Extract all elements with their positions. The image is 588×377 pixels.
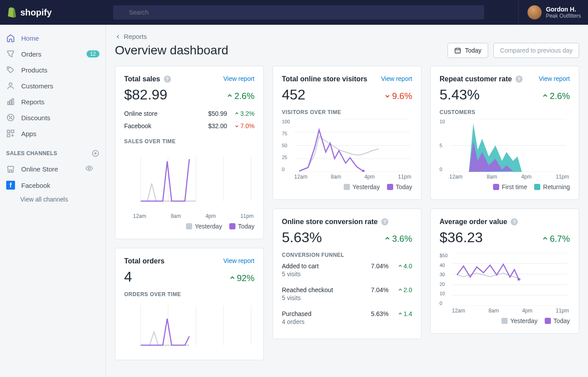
sales-row-online-store: Online store $50.99 3.2% [124, 107, 254, 120]
breadcrumb-label: Reports [124, 33, 147, 40]
search-input[interactable] [113, 5, 484, 19]
metric-value: 452 [282, 87, 305, 103]
discounts-icon [6, 113, 15, 122]
delta-text: 92% [237, 273, 254, 283]
logo[interactable]: shopify [7, 7, 106, 18]
sidebar-item-products[interactable]: Products [0, 62, 106, 78]
compare-label: Compared to previous day [500, 47, 573, 54]
section-label: ORDERS OVER TIME [124, 291, 254, 297]
metric-value: 5.43% [440, 87, 480, 103]
sidebar-item-label: Customers [21, 82, 53, 90]
metric-delta: 92% [229, 273, 254, 283]
title-text: Total sales [124, 75, 160, 83]
sidebar-section-channels: SALES CHANNELS [0, 141, 106, 161]
card-title: Repeat customer rate ? [440, 75, 523, 83]
row-value: $32.00 [208, 122, 227, 129]
legend: Yesterday Today [440, 317, 570, 324]
title-text: Online store conversion rate [282, 218, 378, 226]
calendar-icon [454, 47, 461, 54]
svg-rect-11 [8, 130, 10, 133]
view-report-link[interactable]: View report [539, 75, 570, 82]
store-icon [6, 165, 15, 174]
products-icon [6, 65, 15, 74]
shopify-icon [7, 7, 17, 18]
row-label: Facebook [124, 122, 151, 129]
svg-point-9 [9, 116, 10, 117]
help-icon[interactable]: ? [516, 76, 523, 83]
funnel-sub: 5 visits [282, 294, 412, 301]
funnel-label: Added to cart [282, 263, 319, 270]
svg-rect-6 [12, 99, 13, 104]
row-value: $50.99 [208, 110, 227, 117]
x-axis: 12am 8am 4pm 11pm [440, 308, 570, 314]
date-range-button[interactable]: Today [448, 43, 488, 58]
view-report-link[interactable]: View report [381, 75, 412, 82]
chart-customers: 10 5 0 12am 8am [440, 119, 570, 190]
sidebar-item-label: Home [21, 34, 39, 42]
funnel-delta: 1.4 [398, 310, 412, 317]
metric-value: $36.23 [440, 229, 483, 246]
compare-button[interactable]: Compared to previous day [493, 43, 579, 58]
funnel-label: Purchased [282, 310, 311, 317]
view-all-channels[interactable]: View all channels [0, 193, 106, 206]
funnel-sub: 4 orders [282, 318, 412, 325]
funnel-label: Reached checkout [282, 286, 333, 293]
arrow-up-icon [398, 311, 403, 316]
sidebar-item-orders[interactable]: Orders 12 [0, 46, 106, 62]
help-icon[interactable]: ? [164, 76, 171, 83]
sidebar-item-label: Online Store [21, 165, 58, 173]
sidebar-channel-online-store[interactable]: Online Store [0, 161, 106, 177]
arrow-up-icon [226, 92, 233, 99]
brand-name: shopify [20, 8, 52, 18]
view-report-link[interactable]: View report [223, 257, 254, 264]
section-label: VISITORS OVER TIME [282, 109, 412, 115]
metric-value: 4 [124, 269, 132, 285]
svg-point-2 [8, 68, 9, 69]
arrow-up-icon [398, 263, 403, 269]
sidebar-item-label: Orders [21, 50, 42, 58]
legend: Yesterday Today [282, 183, 412, 190]
legend: First time Returning [440, 183, 570, 190]
sidebar-item-home[interactable]: Home [0, 30, 106, 46]
sidebar-channel-facebook[interactable]: f Facebook [0, 177, 106, 193]
delta-text: 9.6% [392, 91, 412, 101]
funnel-purchased: Purchased 5.63% 1.4 4 orders [282, 306, 412, 330]
chart-visitors: 100 75 50 25 0 [282, 119, 412, 190]
section-label: SALES OVER TIME [124, 138, 254, 145]
sidebar-item-discounts[interactable]: Discounts [0, 110, 106, 126]
sidebar-item-apps[interactable]: Apps [0, 126, 106, 141]
sidebar-item-reports[interactable]: Reports [0, 94, 106, 110]
view-icon[interactable] [85, 164, 99, 174]
sidebar-item-label: Products [21, 66, 47, 74]
metric-value: 5.63% [282, 229, 322, 246]
page-title: Overview dashboard [115, 43, 228, 57]
help-icon[interactable]: ? [511, 218, 518, 225]
chevron-left-icon [115, 34, 121, 40]
y-axis: 10 5 0 [440, 119, 448, 172]
delta-text: 6.7% [550, 234, 570, 244]
breadcrumb[interactable]: Reports [115, 33, 579, 40]
row-label: Online store [124, 110, 157, 117]
reports-icon [6, 97, 15, 106]
user-menu[interactable]: Gordon H. Peak Outfitters [518, 0, 581, 25]
help-icon[interactable]: ? [381, 218, 388, 225]
card-total-sales: Total sales ? View report $82.99 2.6% [115, 66, 264, 239]
search-wrap [106, 5, 518, 19]
title-text: Total orders [124, 257, 164, 265]
funnel-pct: 7.04% [371, 286, 389, 293]
metric-value: $82.99 [124, 87, 167, 103]
svg-point-49 [518, 278, 520, 281]
add-channel-icon[interactable] [91, 149, 99, 157]
user-store: Peak Outfitters [546, 13, 581, 19]
arrow-up-icon [398, 287, 403, 293]
sidebar-item-customers[interactable]: Customers [0, 78, 106, 94]
topbar: shopify Gordon H. Peak Outfitters [0, 0, 588, 25]
view-report-link[interactable]: View report [223, 75, 254, 82]
metric-delta: 2.6% [226, 91, 254, 101]
card-repeat-customer: Repeat customer rate ? View report 5.43%… [430, 66, 579, 200]
delta-text: 3.6% [392, 234, 412, 244]
svg-rect-4 [8, 102, 9, 105]
avatar [527, 5, 542, 19]
card-title: Average order value ? [440, 218, 518, 226]
x-axis: 12am 8am 4pm 11pm [282, 174, 412, 180]
